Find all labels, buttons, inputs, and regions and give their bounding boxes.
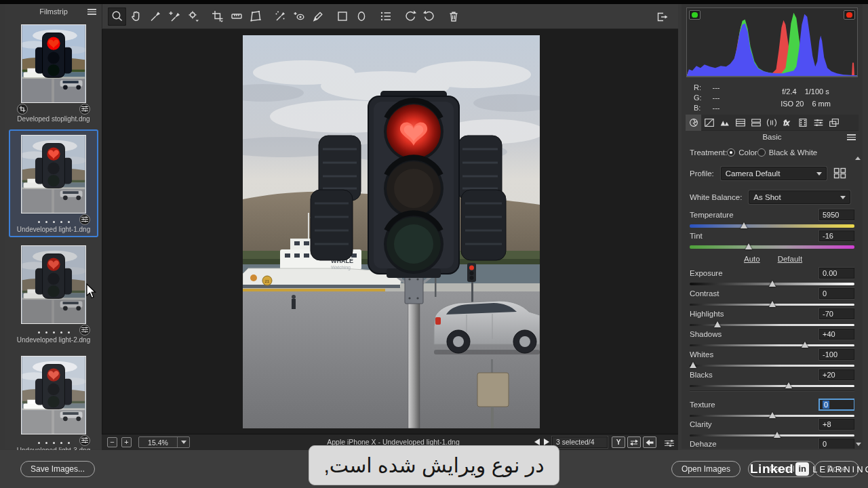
scroll-down-icon[interactable] xyxy=(856,443,861,446)
next-image-icon[interactable] xyxy=(544,439,549,445)
tab-camera-calibration-icon[interactable] xyxy=(795,115,810,131)
slider-thumb[interactable] xyxy=(745,243,752,249)
open-images-button[interactable]: Open Images xyxy=(671,461,741,477)
zoom-level-select[interactable]: 15.4% xyxy=(138,436,190,448)
filmstrip-item[interactable]: Undeveloped light-2.dng xyxy=(9,240,98,348)
straighten-tool-icon[interactable] xyxy=(227,7,245,26)
tab-snapshots-icon[interactable] xyxy=(826,115,842,131)
scroll-up-icon[interactable] xyxy=(855,145,861,160)
thumbnail-image[interactable] xyxy=(21,356,86,434)
histogram[interactable] xyxy=(686,7,858,77)
profile-browser-icon[interactable] xyxy=(833,167,846,180)
hand-tool-icon[interactable] xyxy=(127,7,145,26)
slider-value-box[interactable]: +40 xyxy=(819,329,854,340)
slider-thumb[interactable] xyxy=(769,412,776,418)
slider-value-box[interactable]: +20 xyxy=(819,369,854,380)
treatment-color-label[interactable]: Color xyxy=(738,148,757,157)
spot-removal-tool-icon[interactable] xyxy=(271,7,289,26)
presets-list-tool-icon[interactable] xyxy=(376,7,395,26)
panel-scrollbar[interactable] xyxy=(855,145,861,446)
slider-thumb[interactable] xyxy=(774,432,781,438)
crop-tool-icon[interactable] xyxy=(208,7,226,26)
tab-tone-curve-icon[interactable] xyxy=(701,115,717,131)
filmstrip-item[interactable]: Undeveloped light-3.dng xyxy=(9,350,98,458)
delete-tool-icon[interactable] xyxy=(444,7,462,26)
tab-split-toning-icon[interactable] xyxy=(748,115,764,131)
copy-settings-icon[interactable] xyxy=(643,436,656,448)
slider-track[interactable] xyxy=(690,243,854,251)
slider-track[interactable] xyxy=(690,222,854,230)
zoom-tool-icon[interactable] xyxy=(108,7,126,26)
filmstrip-menu-icon[interactable] xyxy=(87,9,96,15)
tab-hsl-adjustments-icon[interactable] xyxy=(732,115,748,131)
settings-badge-icon[interactable] xyxy=(79,214,90,225)
preview-toggle-button[interactable]: Y xyxy=(612,436,625,448)
slider-thumb[interactable] xyxy=(769,301,776,307)
settings-badge-icon[interactable] xyxy=(79,104,90,115)
tab-lens-corrections-icon[interactable] xyxy=(764,115,779,131)
slider-value-box[interactable]: -100 xyxy=(819,349,854,360)
slider-value-box[interactable]: -16 xyxy=(819,230,854,241)
transform-tool-icon[interactable] xyxy=(246,7,264,26)
save-images-button[interactable]: Save Images... xyxy=(20,461,95,477)
treatment-bw-radio[interactable] xyxy=(757,148,766,157)
thumbnail-badges-row xyxy=(10,434,97,446)
thumbnail-image[interactable] xyxy=(21,135,86,214)
slider-thumb[interactable] xyxy=(690,362,696,368)
previous-image-icon[interactable] xyxy=(534,439,540,445)
slider-thumb[interactable] xyxy=(802,342,808,348)
targeted-adjustment-tool-icon[interactable] xyxy=(184,7,202,26)
slider-value-box[interactable]: -70 xyxy=(819,308,854,319)
slider-value-box[interactable]: 0.00 xyxy=(819,268,854,279)
default-link[interactable]: Default xyxy=(778,255,802,263)
highlight-clipping-indicator[interactable] xyxy=(844,10,855,20)
image-canvas[interactable]: WHALE Watching 21 xyxy=(102,29,678,434)
thumbnail-image[interactable] xyxy=(21,245,86,324)
tab-presets-icon[interactable] xyxy=(810,115,826,131)
mouse-cursor xyxy=(86,283,98,300)
graduated-filter-tool-icon[interactable] xyxy=(333,7,351,26)
swap-before-after-icon[interactable] xyxy=(627,436,641,448)
treatment-bw-label[interactable]: Black & White xyxy=(769,148,818,157)
slider-value-box[interactable]: +8 xyxy=(819,419,854,430)
shadow-clipping-indicator[interactable] xyxy=(689,10,701,20)
slider-thumb[interactable] xyxy=(714,321,721,327)
profile-select[interactable]: Camera Default xyxy=(721,167,827,180)
basic-panel-menu-icon[interactable] xyxy=(847,134,856,140)
rotate-right-tool-icon[interactable] xyxy=(420,7,438,26)
slider-value-box[interactable]: 0 xyxy=(819,288,854,299)
toggle-fullscreen-icon[interactable] xyxy=(652,7,671,26)
white-balance-tool-icon[interactable] xyxy=(146,7,164,26)
tab-detail-icon[interactable] xyxy=(717,115,732,131)
rotate-left-tool-icon[interactable] xyxy=(401,7,419,26)
slider-thumb[interactable] xyxy=(741,222,747,228)
filmstrip-title: Filmstrip xyxy=(39,7,68,16)
settings-sliders-icon[interactable] xyxy=(665,438,674,450)
zoom-in-button[interactable]: + xyxy=(121,437,132,447)
radial-filter-tool-icon[interactable] xyxy=(352,7,370,26)
thumbnail-image[interactable] xyxy=(21,24,86,103)
treatment-color-radio[interactable] xyxy=(727,148,735,157)
slider-thumb[interactable] xyxy=(785,382,792,388)
color-sampler-tool-icon[interactable] xyxy=(165,7,183,26)
auto-default-row: Auto Default xyxy=(690,251,854,267)
slider-value-box[interactable]: 0 xyxy=(819,439,854,449)
slider-value-box[interactable]: 5950 xyxy=(819,209,854,220)
slider-track[interactable] xyxy=(690,382,854,390)
filmstrip-item[interactable]: Developed stoplight.dng xyxy=(9,19,98,127)
white-balance-select[interactable]: As Shot xyxy=(749,190,850,204)
tab-basic-icon[interactable] xyxy=(686,115,701,131)
slider-texture: Texture 0 xyxy=(690,399,854,418)
settings-badge-icon[interactable] xyxy=(79,435,90,446)
white-balance-row: White Balance: As Shot xyxy=(690,186,854,209)
red-eye-tool-icon[interactable] xyxy=(290,7,308,26)
zoom-out-button[interactable]: − xyxy=(107,437,117,447)
main-photo[interactable]: WHALE Watching 21 xyxy=(243,35,540,428)
tab-effects-icon[interactable]: fx xyxy=(779,115,795,131)
filmstrip-item[interactable]: Undeveloped light-1.dng xyxy=(9,129,98,237)
slider-thumb[interactable] xyxy=(769,281,776,287)
auto-link[interactable]: Auto xyxy=(744,255,760,263)
settings-badge-icon[interactable] xyxy=(79,325,90,336)
slider-value-box[interactable]: 0 xyxy=(819,399,854,410)
adjustment-brush-tool-icon[interactable] xyxy=(309,7,327,26)
